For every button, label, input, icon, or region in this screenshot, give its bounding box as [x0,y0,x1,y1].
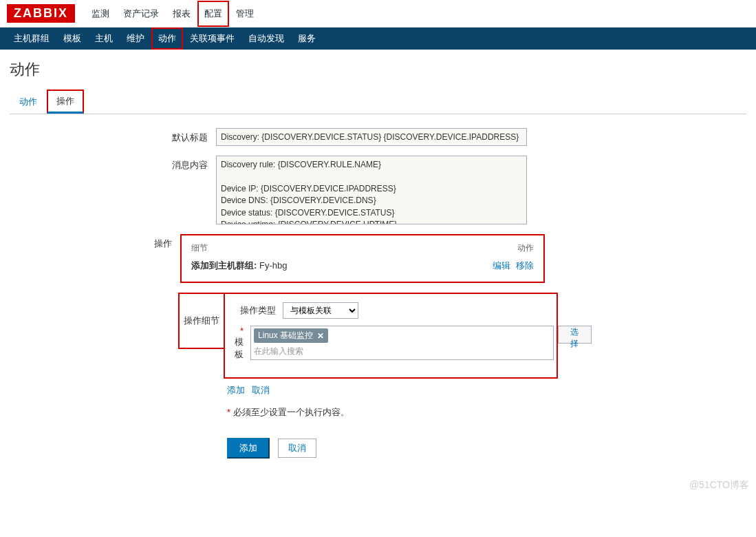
label-default-title: 默认标题 [10,128,216,144]
watermark: @51CTO博客 [689,479,749,492]
label-operations: 操作 [10,234,180,250]
operations-box: 细节 动作 添加到主机群组: Fy-hbg 编辑 移除 [180,234,545,283]
topnav-inventory[interactable]: 资产记录 [116,1,166,27]
subnav-discovery[interactable]: 自动发现 [241,28,291,50]
detail-row-template: 模板 Linux 基础监控 ✕ 在此输入搜索 选择 [235,326,547,361]
spacer-submit [10,428,227,432]
operations-head-detail: 细节 [191,242,517,254]
topnav-admin[interactable]: 管理 [229,1,261,27]
topnav-reports[interactable]: 报表 [166,1,197,27]
row-message: 消息内容 Discovery rule: {DISCOVERY.RULE.NAM… [10,156,746,224]
detail-row-type: 操作类型 与模板关联 [235,302,547,319]
form-area: 默认标题 消息内容 Discovery rule: {DISCOVERY.RUL… [10,128,746,459]
textarea-message[interactable]: Discovery rule: {DISCOVERY.RULE.NAME} De… [216,156,527,224]
label-template: 模板 [235,326,250,361]
operation-row: 添加到主机群组: Fy-hbg 编辑 移除 [191,260,534,272]
row-operation-detail: 操作细节 操作类型 与模板关联 模板 [10,293,746,379]
detail-add-link[interactable]: 添加 [227,385,245,395]
asterisk-icon: * [227,407,230,417]
input-default-title[interactable] [216,128,527,146]
detail-cancel-link[interactable]: 取消 [252,385,270,395]
label-message: 消息内容 [10,156,216,171]
logo: ZABBIX [7,4,75,23]
note-text: 必须至少设置一个执行内容。 [233,407,349,417]
operation-group: Fy-hbg [259,260,287,271]
operation-edit-link[interactable]: 编辑 [493,260,510,271]
submit-add-button[interactable]: 添加 [227,438,270,459]
sub-nav: 主机群组 模板 主机 维护 动作 关联项事件 自动发现 服务 [0,28,756,50]
page-content: 动作 动作 操作 默认标题 消息内容 Discovery rule: {DISC… [0,50,756,496]
template-tag-text: Linux 基础监控 [258,330,313,341]
template-placeholder: 在此输入搜索 [254,346,550,357]
row-operations: 操作 细节 动作 添加到主机群组: Fy-hbg 编辑 移除 [10,234,746,283]
topnav-monitor[interactable]: 监测 [85,1,116,27]
operations-head-action: 动作 [517,242,534,254]
topnav-active-arrow-icon [210,28,218,32]
spacer-links [10,384,227,388]
spacer-note [10,406,227,410]
topnav-config[interactable]: 配置 [197,1,229,27]
row-submit: 添加 取消 [10,428,746,459]
subnav-actions[interactable]: 动作 [151,28,183,50]
row-detail-links: 添加 取消 [10,384,746,397]
multiselect-template[interactable]: Linux 基础监控 ✕ 在此输入搜索 [250,326,554,360]
operations-head: 细节 动作 [191,242,534,254]
operation-row-text: 添加到主机群组: Fy-hbg [191,260,490,272]
template-tag-remove-icon[interactable]: ✕ [317,331,324,341]
tab-action[interactable]: 动作 [10,90,47,114]
tab-operations[interactable]: 操作 [47,90,84,114]
operation-prefix: 添加到主机群组: [191,260,257,271]
label-op-type: 操作类型 [235,304,283,317]
submit-cancel-button[interactable]: 取消 [278,439,316,458]
label-operation-detail: 操作细节 [178,293,225,349]
row-default-title: 默认标题 [10,128,746,146]
select-template-button[interactable]: 选择 [558,326,592,344]
subnav-templates[interactable]: 模板 [56,28,88,50]
template-tag: Linux 基础监控 ✕ [254,328,328,343]
subnav-maintenance[interactable]: 维护 [120,28,151,50]
row-note: * 必须至少设置一个执行内容。 [10,406,746,419]
subnav-services[interactable]: 服务 [291,28,323,50]
page-title: 动作 [10,59,746,80]
select-op-type[interactable]: 与模板关联 [283,302,358,319]
tabs: 动作 操作 [10,90,746,114]
top-nav: ZABBIX 监测 资产记录 报表 配置 管理 [0,0,756,28]
subnav-hostgroups[interactable]: 主机群组 [7,28,56,50]
operation-detail-box: 操作类型 与模板关联 模板 Linux 基础监控 [224,293,558,379]
spacer-operation-detail [10,293,178,296]
subnav-hosts[interactable]: 主机 [88,28,120,50]
operation-remove-link[interactable]: 移除 [516,260,534,271]
